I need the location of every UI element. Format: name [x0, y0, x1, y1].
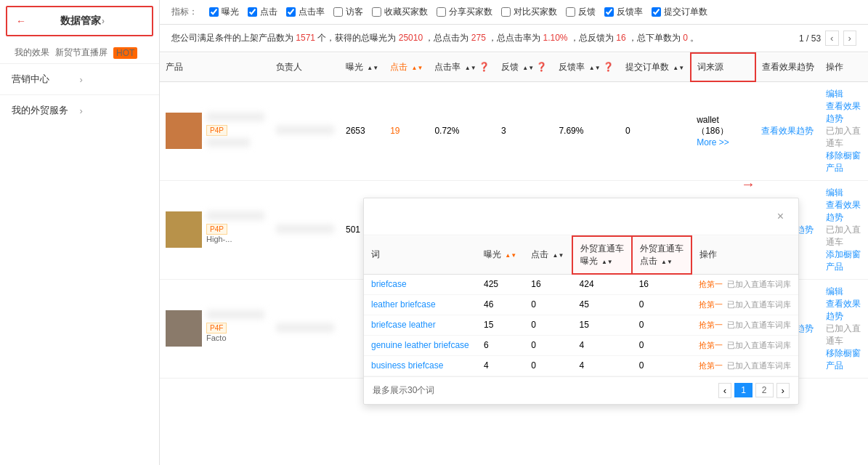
- add-window-link[interactable]: 添加橱窗产品: [826, 249, 861, 272]
- prev-page-btn[interactable]: ‹: [825, 31, 838, 46]
- grab-first-btn[interactable]: 抢第一: [699, 320, 723, 329]
- added-status: 已加入直通车词库: [727, 280, 791, 288]
- grab-first-btn[interactable]: 抢第一: [699, 341, 723, 349]
- owner-cell: [270, 279, 340, 378]
- col-ctr[interactable]: 点击率 ▲▼ ❓: [429, 53, 495, 81]
- product-table-container: 产品 负责人 曝光 ▲▼ 点击 ▲▼ 点击率 ▲▼ ❓ 反馈 ▲▼ ❓ 反馈率 …: [160, 52, 868, 465]
- pagination-info: 1 / 53 ‹ ›: [799, 31, 856, 46]
- edit-link[interactable]: 编辑: [826, 187, 843, 198]
- col-feedback-rate[interactable]: 反馈率 ▲▼ ❓: [553, 53, 620, 81]
- popup-close-btn[interactable]: ×: [771, 204, 790, 229]
- page-1-btn[interactable]: 1: [734, 383, 753, 397]
- popup-col-clicks: 点击 ▲▼: [524, 236, 572, 274]
- edit-link[interactable]: 编辑: [826, 286, 843, 296]
- metric-share[interactable]: 分享买家数: [437, 6, 492, 18]
- keyword-link[interactable]: business briefcase: [371, 360, 443, 371]
- metric-exposure[interactable]: 曝光: [209, 6, 239, 18]
- popup-row: briefcase 425 16 424 16 抢第一已加入直通车词库: [364, 274, 798, 294]
- popup-col-exposure: 曝光 ▲▼: [476, 236, 524, 274]
- col-feedback[interactable]: 反馈 ▲▼ ❓: [495, 53, 553, 81]
- trend-link[interactable]: 查看效果趋势: [826, 200, 861, 222]
- total-clicks: 275: [471, 33, 486, 43]
- page-number: 1 / 53: [799, 33, 821, 44]
- main-content: 指标： 曝光 点击 点击率 访客 收藏买家数 分享买家数 对比买家数 反馈 反馈…: [160, 0, 868, 465]
- product-cell: P4P: [160, 81, 270, 180]
- owner-cell: [270, 81, 340, 180]
- added-status: 已加入直通车词库: [727, 361, 791, 370]
- ctr-cell: 0.72%: [429, 81, 495, 180]
- metric-ctr[interactable]: 点击率: [286, 6, 325, 18]
- sidebar-item-foreign[interactable]: 我的外贸服务 ›: [0, 94, 159, 126]
- exposure-cell: 2653: [340, 81, 384, 180]
- owner-blurred: [276, 225, 334, 233]
- edit-link[interactable]: 编辑: [826, 89, 843, 99]
- col-trend: 查看效果趋势: [755, 53, 820, 81]
- metric-feedback[interactable]: 反馈: [566, 6, 596, 18]
- col-exposure[interactable]: 曝光 ▲▼: [340, 53, 384, 81]
- ops-cell: 编辑 查看效果趋势 已加入直通车 移除橱窗产品: [820, 81, 868, 180]
- arrow-left-icon: ←: [16, 15, 57, 27]
- product-tag: P4F: [206, 323, 227, 333]
- trend-link[interactable]: 查看效果趋势: [826, 101, 861, 124]
- owner-blurred: [276, 323, 334, 332]
- chevron-right-icon: ›: [80, 74, 148, 85]
- keyword-link[interactable]: briefcase leather: [371, 320, 436, 330]
- sidebar-main-label: 数据管家: [60, 15, 102, 28]
- added-status: 已加入直通车词库: [727, 300, 791, 309]
- metric-visitors[interactable]: 访客: [333, 6, 363, 18]
- table-row: P4P 2653 19 0.72% 3 7.69% 0 wallet（186）: [160, 81, 868, 180]
- page-2-btn[interactable]: 2: [755, 383, 774, 397]
- keyword-link[interactable]: briefcase: [371, 279, 407, 289]
- view-trend-link[interactable]: 查看效果趋势: [761, 126, 814, 136]
- popup-footer: 最多展示30个词 ‹ 1 2 ›: [364, 376, 798, 404]
- grab-first-btn[interactable]: 抢第一: [699, 280, 723, 288]
- added-direct-label: 已加入直通车: [826, 323, 861, 346]
- remove-window-link[interactable]: 移除橱窗产品: [826, 150, 861, 173]
- remove-window-link[interactable]: 移除橱窗产品: [826, 348, 861, 371]
- product-image: [166, 113, 202, 149]
- popup-row: briefcase leather 15 0 15 0 抢第一已加入直通车词库: [364, 315, 798, 335]
- clicks-cell: 19: [384, 81, 429, 180]
- orders-cell: 0: [620, 81, 691, 180]
- metric-clicks[interactable]: 点击: [248, 6, 277, 18]
- keyword-link[interactable]: leather briefcase: [371, 299, 436, 310]
- owner-cell: [270, 180, 340, 279]
- keyword-link[interactable]: genuine leather briefcase: [371, 340, 469, 350]
- product-tag: P4P: [206, 224, 227, 235]
- popup-col-ops: 操作: [691, 236, 798, 274]
- product-name2-blurred: [206, 138, 250, 147]
- product-image: [166, 211, 202, 248]
- sidebar-live-screen[interactable]: 新贸节直播屏: [55, 46, 108, 59]
- sidebar-my-effect[interactable]: 我的效果: [15, 46, 49, 59]
- popup-col-direct-exp: 外贸直通车曝光 ▲▼: [572, 236, 632, 274]
- trend-link[interactable]: 查看效果趋势: [826, 299, 861, 321]
- product-name-blurred: [206, 211, 264, 220]
- total-feedback: 16: [616, 33, 625, 43]
- summary-text: 您公司满足条件的上架产品数为 1571 个，获得的总曝光为 25010 ，总点击…: [171, 32, 699, 44]
- metric-feedback-rate[interactable]: 反馈率: [604, 6, 643, 18]
- popup-prev-btn[interactable]: ‹: [718, 383, 731, 398]
- product-name-blurred: [206, 310, 264, 319]
- col-owner: 负责人: [270, 53, 340, 81]
- col-clicks[interactable]: 点击 ▲▼: [384, 53, 429, 81]
- more-keywords-link[interactable]: More >>: [697, 137, 729, 147]
- product-count: 1571: [296, 33, 315, 43]
- product-cell: P4F Facto: [160, 279, 270, 378]
- grab-first-btn[interactable]: 抢第一: [699, 361, 723, 370]
- metric-orders[interactable]: 提交订单数: [652, 6, 707, 18]
- keyword-cell: wallet（186） More >>: [691, 81, 755, 180]
- metrics-label: 指标：: [171, 6, 198, 18]
- product-cell: P4P High-...: [160, 180, 270, 279]
- red-arrow-indicator: →: [741, 176, 755, 193]
- col-orders[interactable]: 提交订单数 ▲▼: [620, 53, 691, 81]
- total-ctr: 1.10%: [543, 33, 568, 43]
- sidebar-main-item[interactable]: ← 数据管家 ›: [6, 6, 153, 36]
- popup-footer-text: 最多展示30个词: [373, 384, 434, 397]
- grab-first-btn[interactable]: 抢第一: [699, 300, 723, 309]
- popup-next-btn[interactable]: ›: [776, 383, 790, 398]
- added-direct-label: 已加入直通车: [826, 126, 861, 148]
- metric-favorites[interactable]: 收藏买家数: [372, 6, 428, 18]
- next-page-btn[interactable]: ›: [843, 31, 856, 46]
- sidebar-item-marketing[interactable]: 营销中心 ›: [0, 63, 159, 94]
- metric-compare[interactable]: 对比买家数: [501, 6, 557, 18]
